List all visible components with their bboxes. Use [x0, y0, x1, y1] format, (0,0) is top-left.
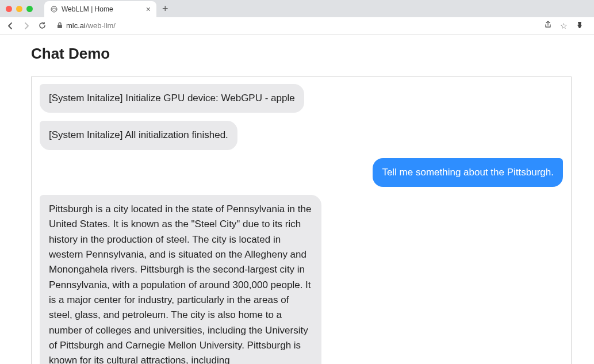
chat-container: [System Initalize] Initialize GPU device… [31, 76, 572, 364]
toolbar-right: ☆ [544, 21, 588, 30]
minimize-window-button[interactable] [16, 6, 22, 12]
maximize-window-button[interactable] [26, 6, 33, 12]
nav-bar: mlc.ai/web-llm/ ☆ [0, 17, 594, 35]
back-button[interactable] [6, 21, 15, 30]
forward-button[interactable] [22, 21, 31, 30]
reload-button[interactable] [38, 21, 47, 30]
address-bar[interactable]: mlc.ai/web-llm/ [53, 21, 537, 30]
browser-chrome: WebLLM | Home × + mlc.ai/web-llm/ ☆ [0, 0, 594, 35]
system-message: [System Initalize] All initialization fi… [40, 121, 237, 150]
window-controls [6, 6, 33, 12]
page-title: Chat Demo [31, 45, 594, 63]
bookmark-icon[interactable]: ☆ [560, 21, 568, 30]
new-tab-button[interactable]: + [162, 3, 168, 15]
page-content: Chat Demo [System Initalize] Initialize … [0, 35, 594, 364]
svg-rect-1 [58, 25, 62, 28]
tab-title: WebLLM | Home [62, 5, 143, 13]
lock-icon [57, 22, 63, 30]
system-message: [System Initalize] Initialize GPU device… [40, 84, 304, 113]
browser-tab[interactable]: WebLLM | Home × [44, 1, 156, 17]
url-path: /web-llm/ [86, 21, 116, 30]
user-message: Tell me something about the Pittsburgh. [373, 158, 563, 187]
favicon-icon [50, 5, 58, 13]
close-tab-icon[interactable]: × [146, 5, 151, 14]
assistant-message: Pittsburgh is a city located in the stat… [40, 195, 321, 364]
close-window-button[interactable] [6, 6, 12, 12]
tab-bar: WebLLM | Home × + [0, 0, 594, 17]
profile-icon[interactable] [576, 21, 584, 30]
url-host: mlc.ai [66, 21, 86, 30]
share-icon[interactable] [544, 21, 552, 30]
